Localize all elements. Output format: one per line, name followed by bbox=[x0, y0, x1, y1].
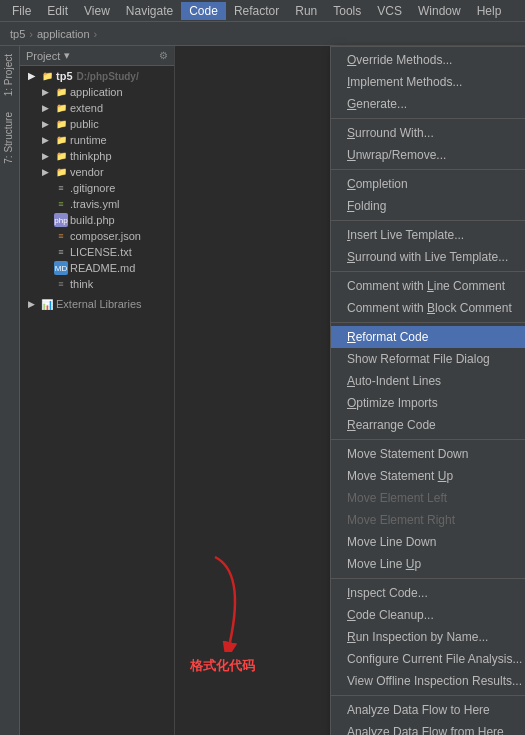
menu-item-label: Rearrange Code bbox=[347, 418, 436, 432]
menu-generate[interactable]: Generate... Alt+Insert bbox=[331, 93, 525, 115]
tree-item-external[interactable]: ▶ 📊 External Libraries bbox=[20, 296, 174, 312]
menu-rearrange-code[interactable]: Rearrange Code bbox=[331, 414, 525, 436]
menu-folding[interactable]: Folding ▶ bbox=[331, 195, 525, 217]
item-label: build.php bbox=[70, 214, 115, 226]
tree-item-gitignore[interactable]: ≡ .gitignore bbox=[20, 180, 174, 196]
separator-5 bbox=[331, 322, 525, 323]
folder-icon: 📁 bbox=[54, 149, 68, 163]
tree-item-runtime[interactable]: ▶ 📁 runtime bbox=[20, 132, 174, 148]
menu-reformat-code[interactable]: Reformat Code Ctrl+Alt+L bbox=[331, 326, 525, 348]
menu-comment-block[interactable]: Comment with Block Comment Ctrl+Shift+斜杠 bbox=[331, 297, 525, 319]
project-panel-header: Project ▾ ⚙ bbox=[20, 46, 174, 66]
expand-icon: ▶ bbox=[38, 149, 52, 163]
sidebar-tab-structure[interactable]: 7: Structure bbox=[0, 104, 19, 172]
menu-item-label: Comment with Line Comment bbox=[347, 279, 505, 293]
item-label: extend bbox=[70, 102, 103, 114]
menu-view[interactable]: View bbox=[76, 2, 118, 20]
menu-file[interactable]: File bbox=[4, 2, 39, 20]
main-area: 1: Project 7: Structure Project ▾ ⚙ ▶ 📁 … bbox=[0, 46, 525, 735]
tree-root[interactable]: ▶ 📁 tp5 D:/phpStudy/ bbox=[20, 68, 174, 84]
menu-move-statement-down[interactable]: Move Statement Down Ctrl+Shift+向下箭头 bbox=[331, 443, 525, 465]
tree-item-composer[interactable]: ≡ composer.json bbox=[20, 228, 174, 244]
menu-view-offline-inspection[interactable]: View Offline Inspection Results... bbox=[331, 670, 525, 692]
menu-move-line-up[interactable]: Move Line Up Alt+Shift+向上箭头 bbox=[331, 553, 525, 575]
file-icon: php bbox=[54, 213, 68, 227]
menu-run[interactable]: Run bbox=[287, 2, 325, 20]
menu-run-inspection[interactable]: Run Inspection by Name... Ctrl+Alt+Shift… bbox=[331, 626, 525, 648]
spacer bbox=[38, 213, 52, 227]
menu-auto-indent[interactable]: Auto-Indent Lines bbox=[331, 370, 525, 392]
menu-item-label: Move Line Up bbox=[347, 557, 421, 571]
tree-item-thinkphp[interactable]: ▶ 📁 thinkphp bbox=[20, 148, 174, 164]
menu-show-reformat-dialog[interactable]: Show Reformat File Dialog Ctrl+Alt+Shift… bbox=[331, 348, 525, 370]
sidebar-tab-project[interactable]: 1: Project bbox=[0, 46, 19, 104]
folder-icon: 📁 bbox=[54, 133, 68, 147]
menu-item-label: Analyze Data Flow from Here bbox=[347, 725, 504, 735]
red-arrow-icon bbox=[195, 552, 255, 652]
expand-icon: ▶ bbox=[38, 133, 52, 147]
root-folder-icon: 📁 bbox=[40, 69, 54, 83]
item-label: application bbox=[70, 86, 123, 98]
tree-item-vendor[interactable]: ▶ 📁 vendor bbox=[20, 164, 174, 180]
menu-item-label: Inspect Code... bbox=[347, 586, 428, 600]
settings-icon[interactable]: ⚙ bbox=[159, 50, 168, 61]
menu-item-label: Comment with Block Comment bbox=[347, 301, 512, 315]
tree-item-build[interactable]: php build.php bbox=[20, 212, 174, 228]
dropdown-icon[interactable]: ▾ bbox=[64, 49, 70, 62]
menu-item-label: Completion bbox=[347, 177, 408, 191]
spacer bbox=[38, 181, 52, 195]
menu-refactor[interactable]: Refactor bbox=[226, 2, 287, 20]
menu-item-label: Run Inspection by Name... bbox=[347, 630, 488, 644]
menu-implement-methods[interactable]: Implement Methods... Ctrl+I bbox=[331, 71, 525, 93]
menu-unwrap[interactable]: Unwrap/Remove... Ctrl+Shift+Delete bbox=[331, 144, 525, 166]
project-panel: Project ▾ ⚙ ▶ 📁 tp5 D:/phpStudy/ ▶ 📁 app… bbox=[20, 46, 175, 735]
menu-tools[interactable]: Tools bbox=[325, 2, 369, 20]
menu-edit[interactable]: Edit bbox=[39, 2, 76, 20]
menu-completion[interactable]: Completion ▶ bbox=[331, 173, 525, 195]
menu-help[interactable]: Help bbox=[469, 2, 510, 20]
item-label: LICENSE.txt bbox=[70, 246, 132, 258]
tree-item-public[interactable]: ▶ 📁 public bbox=[20, 116, 174, 132]
breadcrumb-item-1[interactable]: tp5 bbox=[10, 28, 25, 40]
tree-item-readme[interactable]: MD README.md bbox=[20, 260, 174, 276]
menu-item-label: Reformat Code bbox=[347, 330, 428, 344]
tree-item-license[interactable]: ≡ LICENSE.txt bbox=[20, 244, 174, 260]
menu-override-methods[interactable]: Override Methods... Ctrl+O bbox=[331, 49, 525, 71]
menu-item-label: Show Reformat File Dialog bbox=[347, 352, 490, 366]
menu-move-statement-up[interactable]: Move Statement Up Ctrl+Shift+向上箭头 bbox=[331, 465, 525, 487]
file-icon: ≡ bbox=[54, 245, 68, 259]
side-tabs: 1: Project 7: Structure bbox=[0, 46, 20, 735]
menu-surround-with[interactable]: Surround With... Ctrl+Alt+T bbox=[331, 122, 525, 144]
menu-configure-analysis[interactable]: Configure Current File Analysis... Ctrl+… bbox=[331, 648, 525, 670]
menu-vcs[interactable]: VCS bbox=[369, 2, 410, 20]
menu-item-label: Unwrap/Remove... bbox=[347, 148, 446, 162]
tree-item-extend[interactable]: ▶ 📁 extend bbox=[20, 100, 174, 116]
item-label: runtime bbox=[70, 134, 107, 146]
file-icon: ≡ bbox=[54, 277, 68, 291]
menu-analyze-data-flow-from[interactable]: Analyze Data Flow from Here bbox=[331, 721, 525, 735]
menu-inspect-code[interactable]: Inspect Code... bbox=[331, 582, 525, 604]
menu-surround-live-template[interactable]: Surround with Live Template... Ctrl+Alt+… bbox=[331, 246, 525, 268]
menu-code-cleanup[interactable]: Code Cleanup... bbox=[331, 604, 525, 626]
tree-item-travis[interactable]: ≡ .travis.yml bbox=[20, 196, 174, 212]
tree-item-application[interactable]: ▶ 📁 application bbox=[20, 84, 174, 100]
tree-item-think[interactable]: ≡ think bbox=[20, 276, 174, 292]
item-label: think bbox=[70, 278, 93, 290]
menu-comment-line[interactable]: Comment with Line Comment Ctrl+斜杠 bbox=[331, 275, 525, 297]
code-menu: Override Methods... Ctrl+O Implement Met… bbox=[330, 46, 525, 735]
menu-move-line-down[interactable]: Move Line Down Alt+Shift+向下箭头 bbox=[331, 531, 525, 553]
menu-analyze-data-flow-to[interactable]: Analyze Data Flow to Here bbox=[331, 699, 525, 721]
menu-code[interactable]: Code bbox=[181, 2, 226, 20]
expand-icon: ▶ bbox=[38, 165, 52, 179]
menu-item-label: Move Element Left bbox=[347, 491, 447, 505]
breadcrumb-item-2[interactable]: application bbox=[37, 28, 90, 40]
item-label: vendor bbox=[70, 166, 104, 178]
menu-insert-live-template[interactable]: Insert Live Template... Ctrl+J bbox=[331, 224, 525, 246]
separator-1 bbox=[331, 118, 525, 119]
menu-window[interactable]: Window bbox=[410, 2, 469, 20]
menu-navigate[interactable]: Navigate bbox=[118, 2, 181, 20]
project-label: Project bbox=[26, 50, 60, 62]
annotation: 格式化代码 bbox=[190, 657, 255, 675]
menu-item-label: Auto-Indent Lines bbox=[347, 374, 441, 388]
menu-optimize-imports[interactable]: Optimize Imports Ctrl+Alt+O bbox=[331, 392, 525, 414]
